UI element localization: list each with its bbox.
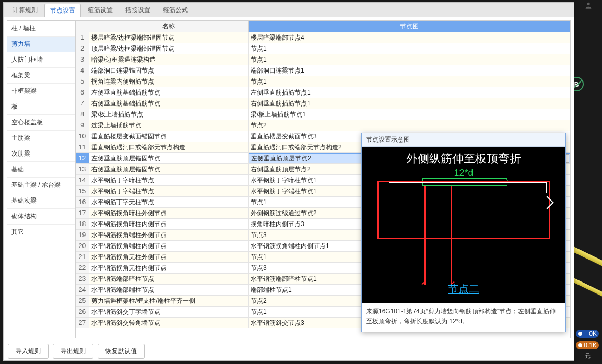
node-preview-popup: 节点设置示意图 外侧纵筋伸至板顶弯折 12*d 节点二 来源16G101-1第7… bbox=[361, 133, 566, 332]
row-name: 水平钢筋拐角端柱内侧节点 bbox=[89, 241, 249, 251]
row-number: 9 bbox=[76, 120, 89, 131]
row-name: 连梁上墙插筋节点 bbox=[89, 120, 249, 131]
distance-badge-1: 0K bbox=[576, 330, 599, 338]
table-row[interactable]: 1楼层暗梁/边框梁端部锚固节点楼层暗梁端部节点4 bbox=[76, 32, 570, 43]
row-name: 水平钢筋拐角暗柱内侧节点 bbox=[89, 219, 249, 229]
col-header-diagram[interactable]: 节点图 bbox=[249, 21, 570, 32]
table-row[interactable]: 5拐角连梁内侧钢筋节点节点1 bbox=[76, 76, 570, 87]
export-rules-button[interactable]: 导出规则 bbox=[53, 344, 93, 359]
table-row[interactable]: 6左侧垂直筋基础插筋节点左侧垂直筋插筋节点1 bbox=[76, 87, 570, 98]
row-number: 20 bbox=[76, 241, 89, 251]
sidebar-item-4[interactable]: 非框架梁 bbox=[7, 84, 75, 99]
col-header-name: 名称 bbox=[89, 21, 249, 32]
import-rules-button[interactable]: 导入规则 bbox=[8, 344, 49, 359]
row-number: 10 bbox=[76, 131, 89, 142]
tab-1[interactable]: 节点设置 bbox=[44, 4, 81, 17]
row-name: 左侧垂直筋基础插筋节点 bbox=[89, 87, 249, 98]
table-header: 名称 节点图 bbox=[76, 21, 570, 32]
row-name: 楼层暗梁/边框梁端部锚固节点 bbox=[89, 32, 249, 43]
distance-badge-2: 0.1K bbox=[576, 341, 599, 349]
row-name: 左侧垂直筋顶层锚固节点 bbox=[89, 153, 249, 163]
tab-0[interactable]: 计算规则 bbox=[7, 3, 43, 17]
row-number: 3 bbox=[76, 54, 89, 65]
preview-bottom-label[interactable]: 节点二 bbox=[362, 282, 565, 296]
row-name: 垂直钢筋遇洞口或端部无节点构造 bbox=[89, 142, 249, 152]
distance-value-1: 0K bbox=[589, 330, 597, 337]
sidebar-item-1[interactable]: 剪力墙 bbox=[7, 37, 75, 52]
row-name: 水平钢筋端部端柱节点 bbox=[89, 285, 249, 295]
row-name: 水平钢筋拐角端柱外侧节点 bbox=[89, 230, 249, 240]
sidebar-item-7[interactable]: 主肋梁 bbox=[7, 131, 75, 146]
row-name: 水平钢筋丁字无柱节点 bbox=[89, 197, 249, 207]
sidebar-item-3[interactable]: 框架梁 bbox=[7, 68, 75, 84]
category-sidebar: 柱 / 墙柱剪力墙人防门框墙框架梁非框架梁板空心楼盖板主肋梁次肋梁基础基础主梁 … bbox=[7, 20, 75, 338]
row-number: 2 bbox=[76, 43, 89, 54]
unit-label: 元 bbox=[585, 352, 591, 360]
preview-top-text: 外侧纵筋伸至板顶弯折 bbox=[362, 151, 565, 167]
table-row[interactable]: 8梁/板上墙插筋节点梁/板上墙插筋节点1 bbox=[76, 109, 570, 120]
row-number: 17 bbox=[76, 208, 89, 218]
sidebar-item-0[interactable]: 柱 / 墙柱 bbox=[7, 21, 75, 37]
row-diagram[interactable]: 右侧垂直筋插筋节点1 bbox=[249, 98, 570, 109]
row-diagram[interactable]: 节点1 bbox=[249, 54, 570, 65]
row-number: 24 bbox=[76, 285, 89, 295]
sidebar-item-6[interactable]: 空心楼盖板 bbox=[7, 115, 75, 131]
tab-4[interactable]: 箍筋公式 bbox=[157, 3, 194, 17]
row-number: 27 bbox=[76, 318, 89, 328]
row-name: 顶层暗梁/边框梁端部锚固节点 bbox=[89, 43, 249, 54]
table-row[interactable]: 7右侧垂直筋基础插筋节点右侧垂直筋插筋节点1 bbox=[76, 98, 570, 109]
dialog-footer: 导入规则 导出规则 恢复默认值 bbox=[4, 342, 574, 360]
row-name: 水平钢筋丁字暗柱节点 bbox=[89, 175, 249, 185]
table-row[interactable]: 2顶层暗梁/边框梁端部锚固节点节点1 bbox=[76, 43, 570, 54]
tab-3[interactable]: 搭接设置 bbox=[120, 3, 156, 17]
tab-2[interactable]: 箍筋设置 bbox=[82, 3, 119, 17]
col-header-num bbox=[76, 21, 89, 32]
preview-title: 节点设置示意图 bbox=[362, 133, 565, 147]
row-number: 13 bbox=[76, 164, 89, 174]
row-diagram[interactable]: 节点1 bbox=[249, 43, 570, 54]
table-row[interactable]: 9连梁上墙插筋节点节点2 bbox=[76, 120, 570, 131]
sidebar-item-13[interactable]: 其它 bbox=[7, 225, 75, 240]
row-name: 拐角连梁内侧钢筋节点 bbox=[89, 76, 249, 87]
sidebar-item-5[interactable]: 板 bbox=[7, 99, 75, 115]
distance-value-2: 0.1K bbox=[584, 342, 597, 349]
reset-default-button[interactable]: 恢复默认值 bbox=[98, 344, 145, 359]
sidebar-item-11[interactable]: 基础次梁 bbox=[7, 193, 75, 209]
row-name: 水平钢筋端部暗柱节点 bbox=[89, 274, 249, 284]
row-number: 22 bbox=[76, 263, 89, 273]
row-number: 18 bbox=[76, 219, 89, 229]
sidebar-item-8[interactable]: 次肋梁 bbox=[7, 146, 75, 162]
row-name: 水平钢筋拐角无柱外侧节点 bbox=[89, 252, 249, 262]
svg-point-0 bbox=[587, 3, 589, 5]
row-name: 端部洞口连梁锚固节点 bbox=[89, 65, 249, 76]
row-number: 19 bbox=[76, 230, 89, 240]
row-diagram[interactable]: 楼层暗梁端部节点4 bbox=[249, 32, 570, 43]
row-diagram[interactable]: 端部洞口连梁节点1 bbox=[249, 65, 570, 76]
row-number: 23 bbox=[76, 274, 89, 284]
preview-canvas: 外侧纵筋伸至板顶弯折 12*d 节点二 bbox=[362, 147, 565, 303]
row-number: 8 bbox=[76, 109, 89, 120]
sidebar-item-12[interactable]: 砌体结构 bbox=[7, 209, 75, 225]
row-diagram[interactable]: 左侧垂直筋插筋节点1 bbox=[249, 87, 570, 98]
row-diagram[interactable]: 梁/板上墙插筋节点1 bbox=[249, 109, 570, 120]
row-name: 水平钢筋斜交丁字墙节点 bbox=[89, 307, 249, 317]
row-number: 5 bbox=[76, 76, 89, 87]
row-number: 26 bbox=[76, 307, 89, 317]
tab-bar: 计算规则节点设置箍筋设置搭接设置箍筋公式 bbox=[4, 3, 574, 17]
sidebar-item-9[interactable]: 基础 bbox=[7, 162, 75, 178]
row-number: 4 bbox=[76, 65, 89, 76]
sidebar-item-10[interactable]: 基础主梁 / 承台梁 bbox=[7, 178, 75, 193]
row-number: 25 bbox=[76, 296, 89, 306]
row-diagram[interactable]: 节点1 bbox=[249, 76, 570, 87]
row-name: 梁/板上墙插筋节点 bbox=[89, 109, 249, 120]
table-row[interactable]: 4端部洞口连梁锚固节点端部洞口连梁节点1 bbox=[76, 65, 570, 76]
sidebar-item-2[interactable]: 人防门框墙 bbox=[7, 52, 75, 68]
row-name: 水平钢筋斜交转角墙节点 bbox=[89, 318, 249, 328]
row-name: 暗梁/边框梁遇连梁构造 bbox=[89, 54, 249, 65]
row-name: 水平钢筋拐角暗柱外侧节点 bbox=[89, 208, 249, 218]
row-number: 7 bbox=[76, 98, 89, 109]
table-row[interactable]: 3暗梁/边框梁遇连梁构造节点1 bbox=[76, 54, 570, 65]
row-number: 21 bbox=[76, 252, 89, 262]
user-icon[interactable] bbox=[584, 1, 593, 9]
row-diagram[interactable]: 节点2 bbox=[249, 120, 570, 131]
